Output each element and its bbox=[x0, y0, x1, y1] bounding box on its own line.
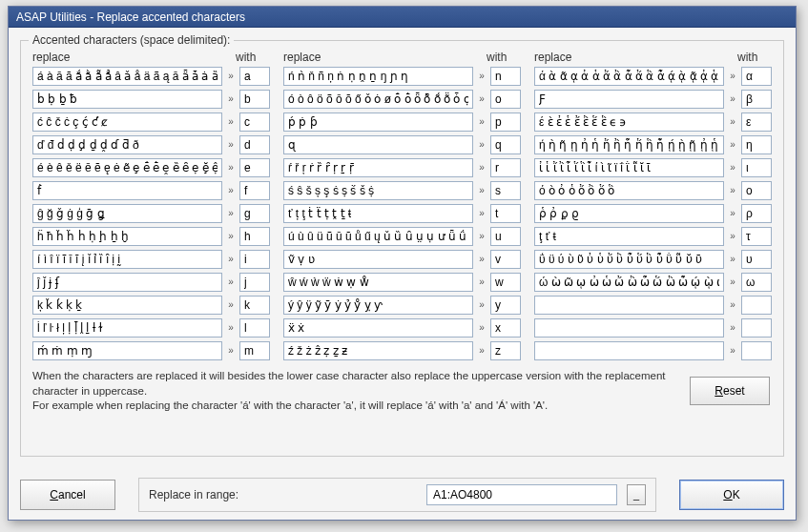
replace-input[interactable] bbox=[534, 204, 724, 223]
replace-input[interactable] bbox=[283, 181, 473, 200]
range-input[interactable] bbox=[426, 484, 617, 505]
replace-input[interactable] bbox=[283, 90, 473, 109]
with-input[interactable] bbox=[741, 318, 772, 338]
arrow-icon: » bbox=[222, 139, 239, 150]
reset-button[interactable]: Reset bbox=[690, 377, 770, 405]
replace-input[interactable] bbox=[283, 158, 473, 177]
with-input[interactable] bbox=[490, 227, 521, 246]
with-input[interactable] bbox=[741, 158, 772, 177]
replace-input[interactable] bbox=[32, 113, 222, 132]
with-input[interactable] bbox=[741, 250, 772, 269]
with-input[interactable] bbox=[239, 227, 270, 246]
replace-input[interactable] bbox=[32, 250, 222, 269]
replace-input[interactable] bbox=[32, 181, 222, 200]
arrow-icon: » bbox=[473, 93, 490, 104]
replace-input[interactable] bbox=[534, 158, 724, 177]
with-input[interactable] bbox=[741, 181, 772, 200]
with-input[interactable] bbox=[490, 90, 521, 109]
with-input[interactable] bbox=[490, 296, 521, 315]
with-input[interactable] bbox=[490, 318, 521, 338]
with-input[interactable] bbox=[741, 67, 772, 86]
replace-input[interactable] bbox=[534, 113, 724, 132]
explain-line-2: For example when replacing the character… bbox=[32, 399, 548, 411]
replace-input[interactable] bbox=[32, 227, 222, 246]
replace-input[interactable] bbox=[534, 90, 724, 109]
with-input[interactable] bbox=[741, 135, 772, 154]
replace-input[interactable] bbox=[283, 113, 473, 132]
replace-input[interactable] bbox=[534, 318, 724, 338]
replace-input[interactable] bbox=[32, 296, 222, 315]
replace-input[interactable] bbox=[32, 135, 222, 154]
range-picker-button[interactable]: _ bbox=[627, 484, 646, 505]
replace-input[interactable] bbox=[534, 227, 724, 246]
with-input[interactable] bbox=[490, 273, 521, 292]
with-input[interactable] bbox=[741, 204, 772, 223]
with-input[interactable] bbox=[490, 158, 521, 177]
replace-input[interactable] bbox=[534, 273, 724, 292]
replace-input[interactable] bbox=[283, 341, 473, 360]
replace-row: » bbox=[32, 66, 270, 86]
with-input[interactable] bbox=[490, 67, 521, 86]
arrow-icon: » bbox=[473, 231, 490, 241]
with-input[interactable] bbox=[490, 250, 521, 269]
replace-input[interactable] bbox=[283, 250, 473, 269]
replace-row: » bbox=[283, 272, 521, 292]
explain-line-1: When the characters are replaced it will… bbox=[32, 370, 666, 397]
replace-input[interactable] bbox=[534, 250, 724, 269]
with-input[interactable] bbox=[490, 113, 521, 132]
replace-input[interactable] bbox=[32, 341, 222, 360]
with-input[interactable] bbox=[741, 90, 772, 109]
replace-row: » bbox=[32, 134, 270, 154]
with-input[interactable] bbox=[239, 181, 270, 200]
with-input[interactable] bbox=[741, 227, 772, 246]
cancel-button[interactable]: Cancel bbox=[20, 480, 115, 510]
replace-input[interactable] bbox=[534, 181, 724, 200]
replace-input[interactable] bbox=[283, 67, 473, 86]
with-input[interactable] bbox=[741, 113, 772, 132]
with-input[interactable] bbox=[490, 181, 521, 200]
replace-input[interactable] bbox=[534, 296, 724, 315]
with-input[interactable] bbox=[490, 341, 521, 360]
replace-input[interactable] bbox=[534, 135, 724, 154]
replace-input[interactable] bbox=[534, 341, 724, 360]
replace-input[interactable] bbox=[283, 135, 473, 154]
with-input[interactable] bbox=[490, 135, 521, 154]
arrow-icon: » bbox=[222, 208, 239, 218]
replace-input[interactable] bbox=[283, 227, 473, 246]
replace-input[interactable] bbox=[283, 204, 473, 223]
with-input[interactable] bbox=[239, 204, 270, 223]
arrow-icon: » bbox=[473, 71, 490, 81]
replace-row: » bbox=[534, 340, 772, 360]
with-input[interactable] bbox=[239, 135, 270, 154]
replace-row: » bbox=[32, 226, 270, 246]
replace-row: » bbox=[534, 66, 772, 86]
replace-input[interactable] bbox=[32, 273, 222, 292]
replace-input[interactable] bbox=[283, 296, 473, 315]
with-input[interactable] bbox=[239, 113, 270, 132]
replace-input[interactable] bbox=[283, 273, 473, 292]
ok-button[interactable]: OK bbox=[679, 480, 784, 510]
replace-input[interactable] bbox=[32, 204, 222, 223]
with-input[interactable] bbox=[239, 341, 270, 360]
replace-input[interactable] bbox=[32, 90, 222, 109]
replace-input[interactable] bbox=[32, 158, 222, 177]
replace-input[interactable] bbox=[283, 318, 473, 338]
with-input[interactable] bbox=[239, 67, 270, 86]
arrow-icon: » bbox=[473, 116, 490, 127]
with-input[interactable] bbox=[239, 296, 270, 315]
with-input[interactable] bbox=[741, 296, 772, 315]
with-input[interactable] bbox=[741, 341, 772, 360]
replace-row: » bbox=[534, 180, 772, 200]
with-input[interactable] bbox=[239, 273, 270, 292]
replace-input[interactable] bbox=[534, 67, 724, 86]
with-input[interactable] bbox=[490, 204, 521, 223]
replace-input[interactable] bbox=[32, 67, 222, 86]
with-input[interactable] bbox=[239, 90, 270, 109]
replace-input[interactable] bbox=[32, 318, 222, 338]
with-input[interactable] bbox=[741, 273, 772, 292]
replace-row: » bbox=[283, 340, 521, 360]
replace-row: » bbox=[32, 112, 270, 132]
with-input[interactable] bbox=[239, 250, 270, 269]
with-input[interactable] bbox=[239, 318, 270, 338]
with-input[interactable] bbox=[239, 158, 270, 177]
